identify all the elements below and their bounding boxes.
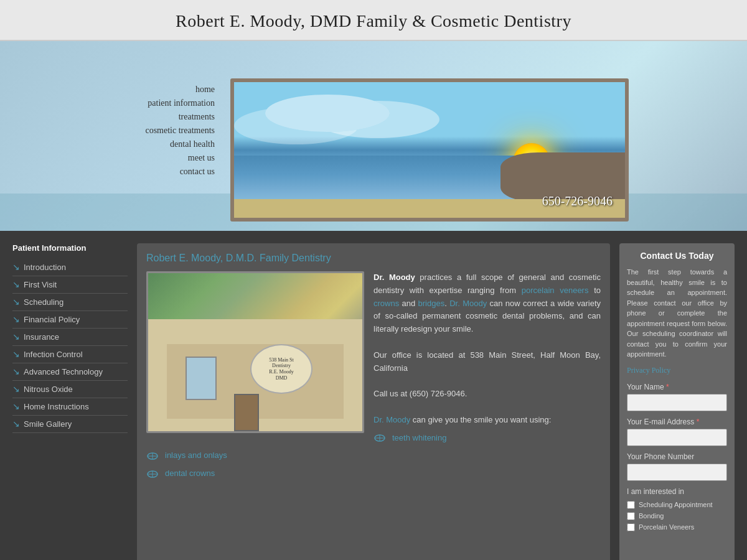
building-window	[186, 357, 217, 400]
email-input[interactable]	[627, 429, 727, 446]
sidebar-link-advanced-tech[interactable]: Advanced Technology	[24, 367, 103, 376]
text4: .	[444, 299, 449, 308]
phone-label: Your Phone Number	[627, 452, 727, 461]
inlays-link[interactable]: inlays and onlays	[165, 449, 227, 462]
arrow-icon: ↘	[12, 401, 20, 412]
list-item-teeth-whitening: teeth whitening	[374, 432, 601, 445]
checkbox-scheduling-label: Scheduling Appointment	[639, 501, 713, 508]
checkbox-scheduling: Scheduling Appointment	[627, 501, 727, 509]
top-area: home patient information treatments cosm…	[0, 41, 747, 231]
nav-cosmetic[interactable]: cosmetic treatments	[145, 126, 215, 136]
list-item-crowns: dental crowns	[146, 467, 601, 480]
content-page-title: Robert E. Moody, D.M.D. Family Dentistry	[146, 253, 601, 264]
office-sign: 538 Main StDentistryR.E. MoodyDMD	[250, 344, 312, 394]
list-item-inlays: inlays and onlays	[146, 449, 601, 462]
contact-form: Contact Us Today The first step towards …	[619, 243, 735, 560]
sidebar-link-insurance[interactable]: Insurance	[24, 332, 59, 342]
sidebar-link-nitrous[interactable]: Nitrous Oxide	[24, 385, 73, 394]
sidebar-item-first-visit[interactable]: ↘ First Visit	[12, 276, 128, 294]
sidebar-link-smile-gallery[interactable]: Smile Gallery	[24, 419, 72, 429]
email-label: Your E-mail Address *	[627, 418, 727, 426]
crown-icon	[147, 470, 158, 478]
sidebar-item-nitrous[interactable]: ↘ Nitrous Oxide	[12, 381, 128, 398]
arrow-icon: ↘	[12, 332, 20, 342]
arrow-icon: ↘	[12, 262, 20, 273]
building-bg: 538 Main StDentistryR.E. MoodyDMD	[148, 319, 362, 431]
text2: to	[588, 286, 601, 295]
nav-contact[interactable]: contact us	[180, 167, 215, 177]
arrow-icon: ↘	[12, 349, 20, 360]
checkbox-bonding-input[interactable]	[627, 512, 635, 520]
sidebar-item-insurance[interactable]: ↘ Insurance	[12, 329, 128, 346]
list-icon-crowns	[146, 469, 159, 479]
arrow-icon: ↘	[12, 297, 20, 307]
main-content: Robert E. Moody, D.M.D. Family Dentistry…	[137, 243, 610, 560]
hero-phone: 650-726-9046	[542, 194, 613, 208]
sidebar-link-infection[interactable]: Infection Control	[24, 350, 83, 359]
checkbox-veneers-label: Porcelain Veneers	[639, 523, 694, 531]
crowns-list-link[interactable]: dental crowns	[165, 467, 215, 480]
checkbox-veneers: Porcelain Veneers	[627, 523, 727, 531]
bridges-link[interactable]: bridges	[418, 299, 445, 308]
sidebar-link-introduction[interactable]: Introduction	[24, 263, 66, 272]
crowns-link[interactable]: crowns	[374, 299, 399, 308]
sidebar: Patient Information ↘ Introduction ↘ Fir…	[12, 243, 128, 560]
name-input[interactable]	[627, 394, 727, 411]
sidebar-link-financial[interactable]: Financial Policy	[24, 315, 80, 324]
checkbox-scheduling-input[interactable]	[627, 501, 635, 509]
sidebar-link-home-instructions[interactable]: Home Instructions	[24, 402, 89, 411]
smile-intro-link[interactable]: Dr. Moody	[374, 415, 410, 424]
interested-label: I am interested in	[627, 487, 727, 496]
contact-form-title: Contact Us Today	[627, 251, 727, 261]
checkbox-veneers-input[interactable]	[627, 523, 635, 531]
office-photo: 538 Main StDentistryR.E. MoodyDMD	[146, 271, 364, 433]
site-title: Robert E. Moody, DMD Family & Cosmetic D…	[0, 11, 747, 31]
inlay-icon	[147, 452, 158, 460]
building-door	[234, 394, 259, 431]
checkbox-bonding: Bonding	[627, 512, 727, 520]
contact-form-desc: The first step towards a beautiful, heal…	[627, 267, 727, 360]
privacy-policy-link[interactable]: Privacy Policy	[627, 366, 727, 375]
smile-intro-text: can give you the smile you want using:	[410, 415, 551, 424]
arrow-icon: ↘	[12, 314, 20, 325]
sidebar-link-first-visit[interactable]: First Visit	[24, 280, 57, 289]
hero-photo-frame: 650-726-9046	[230, 78, 629, 222]
nav-patient-info[interactable]: patient information	[148, 98, 215, 108]
nav-meet-us[interactable]: meet us	[188, 153, 215, 163]
page-header: Robert E. Moody, DMD Family & Cosmetic D…	[0, 0, 747, 41]
arrow-icon: ↘	[12, 384, 20, 394]
arrow-icon: ↘	[12, 419, 20, 429]
name-label: Your Name *	[627, 383, 727, 391]
sidebar-item-infection[interactable]: ↘ Infection Control	[12, 346, 128, 363]
phone-input[interactable]	[627, 464, 727, 481]
nav-dental-health[interactable]: dental health	[170, 139, 215, 149]
main-area: Patient Information ↘ Introduction ↘ Fir…	[0, 231, 747, 560]
sidebar-item-financial[interactable]: ↘ Financial Policy	[12, 311, 128, 329]
sidebar-item-advanced-tech[interactable]: ↘ Advanced Technology	[12, 363, 128, 381]
porcelain-veneers-link[interactable]: porcelain veneers	[522, 286, 589, 295]
hero-image: 650-726-9046	[230, 78, 735, 218]
list-icon-inlays	[146, 451, 159, 461]
sidebar-item-introduction[interactable]: ↘ Introduction	[12, 259, 128, 276]
nav-home[interactable]: home	[195, 85, 215, 95]
clouds-decoration	[265, 95, 390, 132]
sidebar-section-title: Patient Information	[12, 243, 128, 253]
teeth-whitening-link[interactable]: teeth whitening	[392, 432, 446, 445]
sidebar-item-home-instructions[interactable]: ↘ Home Instructions	[12, 398, 128, 416]
tooth-icon	[374, 434, 385, 442]
nav-column: home patient information treatments cosm…	[0, 41, 224, 231]
arrow-icon: ↘	[12, 279, 20, 290]
sidebar-item-scheduling[interactable]: ↘ Scheduling	[12, 294, 128, 311]
dr-moody-link[interactable]: Dr. Moody	[449, 299, 487, 308]
dr-moody-bold: Dr. Moody	[374, 273, 415, 282]
checkbox-bonding-label: Bonding	[639, 512, 664, 520]
arrow-icon: ↘	[12, 366, 20, 377]
sidebar-link-scheduling[interactable]: Scheduling	[24, 297, 63, 307]
nav-treatments[interactable]: treatments	[179, 112, 215, 122]
list-icon-teeth	[374, 433, 386, 443]
sidebar-item-smile-gallery[interactable]: ↘ Smile Gallery	[12, 416, 128, 433]
text3: and	[399, 299, 418, 308]
